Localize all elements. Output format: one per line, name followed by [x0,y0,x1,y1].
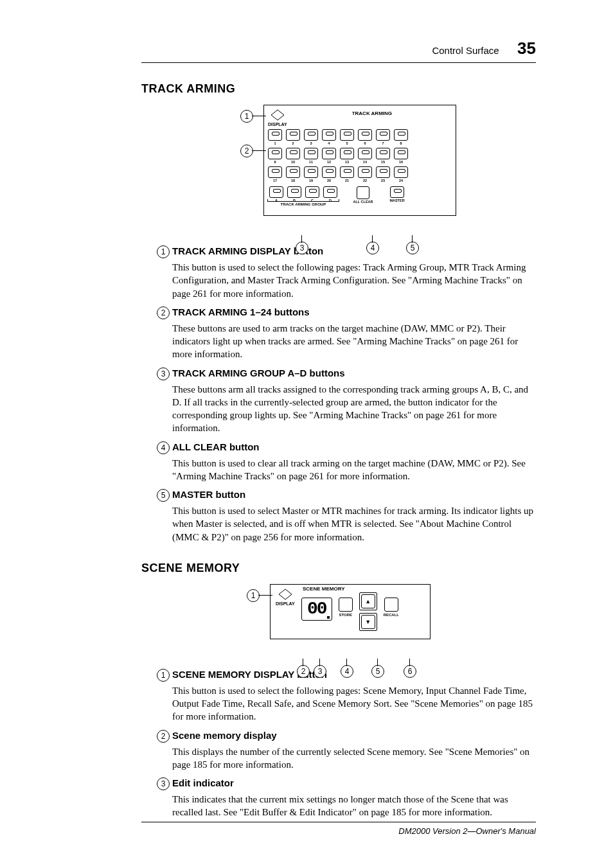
track-arming-panel: DISPLAY TRACK ARMING 1234567891011121314… [263,105,456,216]
track-arming-rows: 123456789101112131415161718192021222324 [268,129,452,182]
track-arming-button-label: 4 [328,141,330,145]
track-arming-bottom-row: ABCD TRACK ARMING GROUP ALL CLEAR MASTER [268,186,452,206]
track-arming-button[interactable]: 13 [340,148,354,164]
item-title: TRACK ARMING GROUP A–D buttons [172,368,345,380]
description-item-body: These buttons arm all tracks assigned to… [172,383,536,435]
page-footer: DM2000 Version 2—Owner's Manual [141,822,536,836]
item-title: MASTER button [172,489,245,502]
description-item-body: These buttons are used to arm tracks on … [172,322,536,361]
callout-1: 1 [240,110,253,123]
track-arming-button[interactable]: 9 [268,148,282,164]
page-header: Control Surface 35 [141,39,536,63]
item-title: TRACK ARMING 1–24 buttons [172,306,310,319]
track-arming-button-label: 1 [274,141,276,145]
master-button[interactable] [390,186,404,198]
down-button-frame: ▼ [359,613,377,631]
scene-memory-lcd: 00 [301,598,332,621]
master-label: MASTER [389,199,404,202]
track-arming-button[interactable]: 16 [394,148,408,164]
track-arming-button[interactable]: 14 [358,148,372,164]
up-button-frame: ▲ [359,592,377,610]
track-arming-button-label: 2 [292,141,294,145]
group-bracket-label: TRACK ARMING GROUP [281,202,326,206]
track-arming-button[interactable]: 6 [358,129,372,145]
track-arming-button[interactable]: 1 [268,129,282,145]
track-arming-button-label: 6 [364,141,366,145]
section-title-track-arming: TRACK ARMING [141,82,536,96]
track-arming-button[interactable]: 21 [340,166,354,182]
track-arming-button-label: 13 [345,160,349,164]
description-item-heading: 5MASTER button [154,489,536,502]
track-arming-row: 910111213141516 [268,148,452,164]
track-arming-button-label: 20 [327,179,331,182]
track-arming-button[interactable]: 5 [340,129,354,145]
track-arming-button-label: 14 [363,160,367,164]
scene-down-button[interactable]: ▼ [361,615,375,629]
track-arming-button-label: 17 [273,179,277,182]
item-title: Scene memory display [172,730,277,743]
track-arming-button-label: 12 [327,160,331,164]
all-clear-label: ALL CLEAR [353,200,373,204]
sm-callout-1: 1 [247,589,260,602]
track-arming-button[interactable]: 23 [376,166,390,182]
sm-callout-6: 6 [404,665,416,678]
track-arming-button[interactable]: 24 [394,166,408,182]
track-arming-button-label: 5 [346,141,348,145]
track-arming-button[interactable]: 10 [286,148,300,164]
scene-up-button[interactable]: ▲ [361,594,375,608]
track-arming-group-button[interactable]: D [323,186,337,202]
description-item-heading: 3Edit indicator [154,777,536,790]
description-item-heading: 2Scene memory display [154,730,536,743]
track-arming-button-label: 15 [381,160,385,164]
description-item-body: This button is used to select the follow… [172,261,536,300]
track-arming-button[interactable]: 11 [304,148,318,164]
track-arming-button-label: 9 [274,160,276,164]
track-arming-button-label: 8 [400,141,402,145]
description-item-heading: 2TRACK ARMING 1–24 buttons [154,306,536,319]
track-arming-button[interactable]: 3 [304,129,318,145]
callout-3: 3 [296,242,308,254]
track-arming-figure: 1 2 DISPLAY TRACK ARMING 123456789101112… [263,105,456,235]
scene-memory-figure: 1 SCENE MEMORY DISPLAY 00 STORE [270,584,431,659]
scene-memory-lcd-value: 00 [307,599,326,619]
sm-display-label: DISPLAY [276,601,295,606]
track-arming-button-label: 11 [309,160,313,164]
header-section: Control Surface [432,45,499,56]
track-arming-button[interactable]: 15 [376,148,390,164]
item-title: ALL CLEAR button [172,441,260,454]
track-arming-button[interactable]: 20 [322,166,336,182]
panel-title: TRACK ARMING [292,111,452,116]
track-arming-button-label: 10 [291,160,295,164]
item-number: 3 [157,777,170,790]
item-number: 4 [157,441,170,454]
sm-display-button-icon [278,589,292,600]
track-arming-button[interactable]: 19 [304,166,318,182]
description-item-body: This displays the number of the currentl… [172,745,536,772]
track-arming-group-button[interactable]: A [269,186,283,202]
track-arming-button[interactable]: 22 [358,166,372,182]
track-arming-button[interactable]: 2 [286,129,300,145]
track-arming-group-button[interactable]: C [305,186,319,202]
display-button-icon [271,109,285,121]
track-arming-group-button[interactable]: B [287,186,301,202]
description-item-heading: 3TRACK ARMING GROUP A–D buttons [154,368,536,380]
track-arming-button-label: 21 [345,179,349,182]
all-clear-button[interactable] [357,186,369,199]
track-arming-button[interactable]: 4 [322,129,336,145]
track-arming-button-label: 18 [291,179,295,182]
section-title-scene-memory: SCENE MEMORY [141,562,536,575]
track-arming-button[interactable]: 8 [394,129,408,145]
store-button[interactable] [339,598,353,612]
track-arming-row: 12345678 [268,129,452,145]
item-number: 2 [157,730,170,743]
track-arming-button[interactable]: 12 [322,148,336,164]
callout-2: 2 [240,145,253,157]
recall-label: RECALL [384,613,399,617]
recall-button[interactable] [384,598,398,612]
track-arming-button[interactable]: 18 [286,166,300,182]
track-arming-button[interactable]: 17 [268,166,282,182]
page: Control Surface 35 TRACK ARMING 1 2 DISP… [0,0,613,868]
display-label: DISPLAY [268,122,287,127]
track-arming-button[interactable]: 7 [376,129,390,145]
svg-marker-1 [279,589,292,599]
